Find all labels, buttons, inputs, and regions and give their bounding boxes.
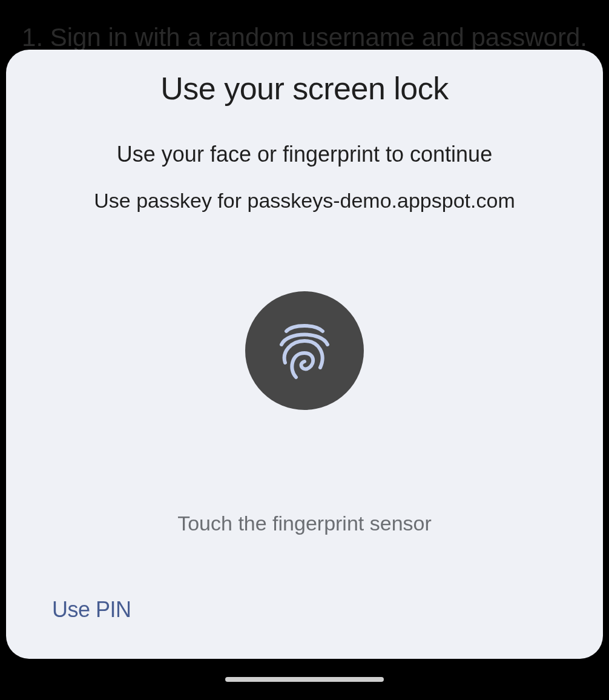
biometric-prompt-sheet: Use your screen lock Use your face or fi… <box>6 50 603 659</box>
system-navigation-bar <box>0 659 609 700</box>
fingerprint-icon <box>278 320 331 381</box>
dialog-title: Use your screen lock <box>160 70 449 107</box>
gesture-nav-handle[interactable] <box>225 677 384 682</box>
use-pin-button[interactable]: Use PIN <box>52 597 131 622</box>
passkey-instruction: Use passkey for passkeys-demo.appspot.co… <box>94 189 515 213</box>
background-step-text: 1. Sign in with a random username and pa… <box>0 23 609 52</box>
dialog-subtitle: Use your face or fingerprint to continue <box>117 142 492 167</box>
fingerprint-sensor-target[interactable] <box>245 291 364 410</box>
fingerprint-hint: Touch the fingerprint sensor <box>177 512 432 535</box>
